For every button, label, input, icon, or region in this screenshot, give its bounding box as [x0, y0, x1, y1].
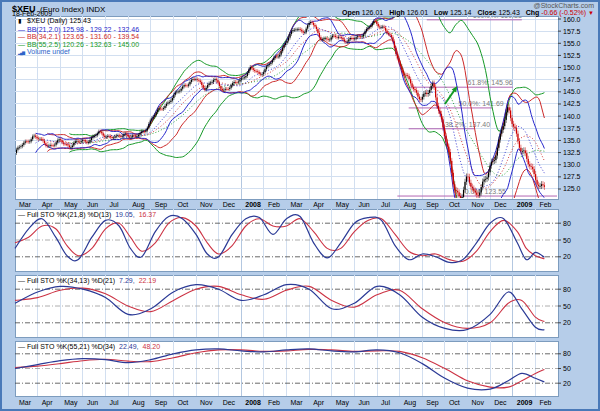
svg-text:Oct: Oct	[449, 201, 460, 208]
svg-text:Oct: Oct	[449, 399, 460, 406]
sto-panel-2-area[interactable]	[15, 275, 558, 337]
chg-label: Chg	[526, 9, 540, 16]
svg-text:160.0: 160.0	[563, 16, 581, 23]
svg-text:2008: 2008	[245, 201, 261, 208]
svg-text:Dec: Dec	[223, 399, 236, 406]
svg-text:125.0: 125.0	[563, 185, 581, 192]
svg-text:May: May	[64, 201, 78, 209]
chg-down-arrow-icon[interactable]: ▼	[588, 10, 594, 16]
svg-text:135.0: 135.0	[563, 137, 581, 144]
svg-text:Feb: Feb	[539, 201, 551, 208]
open-label: Open	[342, 9, 360, 16]
ohlc-summary: Open 126.01 High 126.01 Low 125.14 Close…	[338, 9, 594, 16]
svg-text:150.0: 150.0	[563, 64, 581, 71]
main-price-chart-area[interactable]	[15, 16, 558, 199]
svg-text:130.0: 130.0	[563, 161, 581, 168]
svg-text:Jul: Jul	[381, 399, 390, 406]
svg-text:Nov: Nov	[472, 201, 485, 208]
svg-text:Jul: Jul	[110, 399, 119, 406]
svg-text:140.0: 140.0	[563, 113, 581, 120]
close-label: Close	[477, 9, 496, 16]
stockcharts-chart-window: 160.0157.5155.0152.5150.0147.5145.0142.5…	[0, 0, 600, 411]
svg-text:80: 80	[563, 220, 571, 227]
svg-text:20: 20	[563, 319, 571, 326]
svg-text:Sep: Sep	[155, 201, 168, 209]
svg-text:Aug: Aug	[404, 201, 417, 209]
svg-text:Apr: Apr	[42, 399, 54, 407]
svg-text:Jun: Jun	[87, 399, 98, 406]
svg-text:50: 50	[563, 237, 571, 244]
svg-text:20: 20	[563, 380, 571, 387]
svg-text:Feb: Feb	[268, 201, 280, 208]
stockcharts-credit: @StockCharts.com	[534, 2, 594, 9]
svg-text:Jun: Jun	[87, 201, 98, 208]
svg-text:May: May	[336, 201, 350, 209]
sto-panel-1-area[interactable]	[15, 209, 558, 271]
svg-text:Nov: Nov	[200, 201, 213, 208]
svg-text:Nov: Nov	[200, 399, 213, 406]
svg-text:Mar: Mar	[19, 399, 32, 406]
svg-text:Oct: Oct	[177, 201, 188, 208]
chg-value: -0.66 (-0.52%)	[541, 9, 586, 16]
svg-text:Apr: Apr	[313, 201, 325, 209]
svg-text:147.5: 147.5	[563, 76, 581, 83]
svg-text:Nov: Nov	[472, 399, 485, 406]
svg-text:155.0: 155.0	[563, 40, 581, 47]
svg-text:2009: 2009	[517, 201, 533, 208]
svg-text:Feb: Feb	[539, 399, 551, 406]
svg-text:Aug: Aug	[132, 201, 145, 209]
svg-text:2008: 2008	[245, 399, 261, 406]
svg-text:Jul: Jul	[110, 201, 119, 208]
low-value: 125.14	[450, 9, 471, 16]
svg-text:Mar: Mar	[19, 201, 32, 208]
low-label: Low	[434, 9, 448, 16]
svg-text:Mar: Mar	[291, 399, 304, 406]
svg-text:50: 50	[563, 365, 571, 372]
svg-text:Apr: Apr	[42, 201, 54, 209]
svg-text:80: 80	[563, 350, 571, 357]
open-value: 126.01	[362, 9, 383, 16]
svg-text:142.5: 142.5	[563, 100, 581, 107]
svg-text:137.5: 137.5	[563, 125, 581, 132]
svg-text:Dec: Dec	[223, 201, 236, 208]
svg-text:Dec: Dec	[494, 399, 507, 406]
svg-text:Feb: Feb	[268, 399, 280, 406]
svg-text:Jun: Jun	[358, 399, 369, 406]
svg-text:Aug: Aug	[132, 399, 145, 407]
sto-panel-3-area[interactable]	[15, 341, 558, 396]
svg-text:Sep: Sep	[426, 399, 439, 407]
high-value: 126.01	[407, 9, 428, 16]
svg-text:Sep: Sep	[155, 399, 168, 407]
svg-text:Mar: Mar	[291, 201, 304, 208]
svg-text:Sep: Sep	[426, 201, 439, 209]
svg-text:Aug: Aug	[404, 399, 417, 407]
svg-text:Oct: Oct	[177, 399, 188, 406]
svg-text:Dec: Dec	[494, 201, 507, 208]
high-label: High	[389, 9, 405, 16]
svg-text:152.5: 152.5	[563, 52, 581, 59]
svg-text:127.5: 127.5	[563, 173, 581, 180]
svg-text:May: May	[336, 399, 350, 407]
svg-text:2009: 2009	[517, 399, 533, 406]
svg-text:Apr: Apr	[313, 399, 325, 407]
svg-text:157.5: 157.5	[563, 28, 581, 35]
svg-text:Jun: Jun	[358, 201, 369, 208]
svg-text:50: 50	[563, 303, 571, 310]
svg-text:132.5: 132.5	[563, 149, 581, 156]
close-value: 125.43	[498, 9, 519, 16]
svg-text:May: May	[64, 399, 78, 407]
svg-text:80: 80	[563, 286, 571, 293]
svg-text:145.0: 145.0	[563, 88, 581, 95]
svg-text:Jul: Jul	[381, 201, 390, 208]
svg-text:20: 20	[563, 253, 571, 260]
